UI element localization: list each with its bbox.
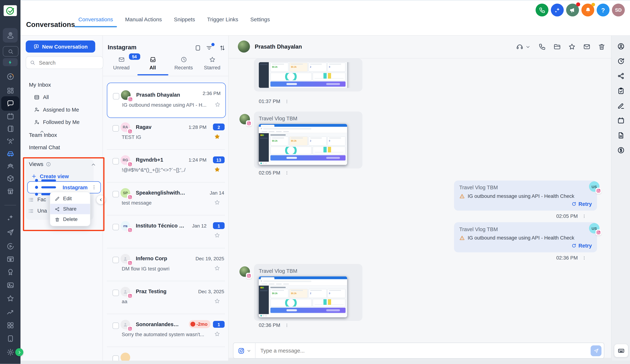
panel-collapse-button[interactable] [96, 195, 105, 204]
row-checkbox[interactable] [112, 191, 119, 197]
tab-starred[interactable]: Starred [199, 56, 225, 71]
star-toggle[interactable] [214, 167, 220, 173]
sidebar-item-ai-agents[interactable] [0, 212, 20, 224]
sidebar-item-calendars[interactable] [0, 110, 20, 122]
row-checkbox[interactable] [112, 323, 119, 329]
tab-all[interactable]: All [140, 56, 166, 71]
conversation-row-partial[interactable] [102, 347, 228, 361]
star-icon[interactable] [568, 43, 576, 51]
message-options-icon[interactable] [284, 99, 289, 104]
row-checkbox[interactable] [113, 93, 119, 99]
sidebar-item-location-switcher[interactable] [3, 28, 18, 42]
row-checkbox[interactable] [112, 125, 119, 132]
payments-icon[interactable] [617, 146, 625, 154]
message-input[interactable] [256, 348, 590, 354]
row-checkbox[interactable] [112, 224, 119, 230]
message-options-icon[interactable] [284, 323, 289, 328]
conversation-row[interactable]: Inferno Corp Dec 19, 2025 DM flow IG tes… [102, 248, 228, 281]
ai-assistant-button[interactable] [551, 4, 564, 16]
view-item-unassigned[interactable]: Una [28, 208, 47, 214]
message-options-icon[interactable] [284, 171, 289, 175]
sidebar-item-community[interactable] [0, 160, 20, 172]
sidebar-expand-button[interactable] [15, 348, 23, 356]
help-button[interactable]: ? [597, 4, 610, 16]
sidebar-item-search[interactable] [3, 46, 18, 56]
conversation-row[interactable]: ITB Instituto Técnico Bili... Jan 12 1 [102, 215, 228, 248]
sort-icon[interactable] [219, 45, 226, 51]
row-checkbox[interactable] [112, 158, 119, 164]
tasks-icon[interactable] [617, 87, 625, 95]
sidebar-item-payments[interactable] [0, 186, 20, 198]
sidebar-item-contacts[interactable] [0, 123, 20, 135]
sidebar-item-reputation[interactable] [0, 293, 20, 305]
mark-unread-icon[interactable] [583, 43, 590, 51]
menu-item-share[interactable]: Share [50, 204, 90, 214]
channel-selector[interactable] [234, 343, 256, 358]
sidebar-item-opportunities[interactable] [0, 135, 20, 147]
sidebar-item-memberships[interactable] [0, 266, 20, 278]
documents-icon[interactable] [617, 132, 625, 139]
phone-button[interactable] [536, 4, 548, 16]
tab-manual-actions[interactable]: Manual Actions [124, 16, 163, 35]
conversation-row-selected[interactable]: Prasath Dhayalan 2:36 PM IG outbound mes… [107, 83, 226, 118]
retry-button[interactable]: Retry [459, 201, 592, 207]
sidebar-item-vehicles[interactable] [0, 148, 20, 160]
views-chevron-up-icon[interactable] [91, 162, 96, 167]
row-checkbox[interactable] [112, 290, 119, 296]
keyboard-shortcuts-button[interactable] [614, 344, 628, 358]
sidebar-item-media[interactable] [0, 240, 20, 252]
message-image[interactable]: $0.2k $0.2k 2 0 [259, 62, 358, 88]
sidebar-item-app-marketplace[interactable] [0, 319, 20, 331]
contact-avatar[interactable] [238, 41, 250, 53]
brand-logo[interactable] [4, 5, 17, 16]
sidebar-item-media-library[interactable] [0, 279, 20, 291]
select-all-icon[interactable] [194, 45, 201, 51]
view-item-facebook[interactable]: Fac [28, 196, 46, 202]
star-toggle[interactable] [214, 298, 220, 304]
send-button[interactable] [590, 345, 602, 356]
menu-item-edit[interactable]: Edit [50, 193, 90, 204]
sidebar-item-reporting[interactable] [0, 307, 20, 319]
inbox-filter-followed[interactable]: Followed by Me [34, 119, 80, 125]
sidebar-item-launchpad[interactable] [0, 71, 20, 83]
appointments-icon[interactable] [617, 117, 625, 124]
sidebar-item-dashboard[interactable] [0, 85, 20, 97]
internal-chat-header[interactable]: Internal Chat [29, 144, 60, 150]
tab-conversations[interactable]: Conversations [78, 16, 114, 35]
tab-trigger-links[interactable]: Trigger Links [206, 16, 239, 35]
user-avatar[interactable]: SD [612, 4, 625, 16]
tab-settings[interactable]: Settings [250, 16, 271, 35]
menu-item-delete[interactable]: Delete [50, 214, 90, 225]
conversation-row[interactable]: Praz Testing Dec 3, 2025 aa [102, 281, 228, 314]
dashboard-screenshot[interactable]: $0.2k $0.2k 2 0 [259, 124, 347, 165]
star-toggle[interactable] [214, 134, 220, 140]
star-toggle[interactable] [214, 102, 220, 108]
conversation-row[interactable]: RA Ragav 1:28 PM 2 TEST IG [102, 117, 228, 150]
archive-folder-icon[interactable] [553, 43, 561, 51]
automations-icon[interactable] [617, 72, 625, 80]
row-checkbox[interactable] [112, 257, 119, 263]
call-icon[interactable] [538, 43, 546, 51]
message-options-icon[interactable] [582, 256, 586, 260]
sidebar-item-mobile-app[interactable] [0, 333, 20, 345]
tab-recents[interactable]: Recents [171, 56, 196, 71]
search-input[interactable] [38, 59, 88, 66]
message-options-icon[interactable] [582, 214, 586, 219]
notes-icon[interactable] [617, 102, 625, 110]
retry-button[interactable]: Retry [459, 243, 592, 249]
inbox-filter-all[interactable]: All [34, 94, 49, 100]
conversation-row[interactable]: RG Rgvndrb+1 1:24 PM 13 !@#$%^&*()_+{}|:… [102, 150, 228, 182]
sidebar-item-quick-actions[interactable] [3, 58, 18, 66]
contact-icon[interactable] [617, 43, 625, 50]
sidebar-item-conversations[interactable] [1, 96, 19, 111]
dashboard-screenshot[interactable]: $0.2k $0.2k 2 0 [259, 276, 347, 317]
star-toggle[interactable] [214, 331, 220, 337]
row-checkbox[interactable] [112, 356, 119, 361]
search-box[interactable] [26, 56, 103, 69]
history-icon[interactable] [617, 57, 625, 65]
delete-conversation-icon[interactable] [598, 43, 606, 51]
view-item-instagram[interactable]: Instagram [27, 181, 101, 193]
headset-icon[interactable] [516, 43, 524, 51]
my-inbox-header[interactable]: My Inbox [29, 82, 51, 88]
sidebar-item-sites[interactable] [0, 253, 20, 265]
